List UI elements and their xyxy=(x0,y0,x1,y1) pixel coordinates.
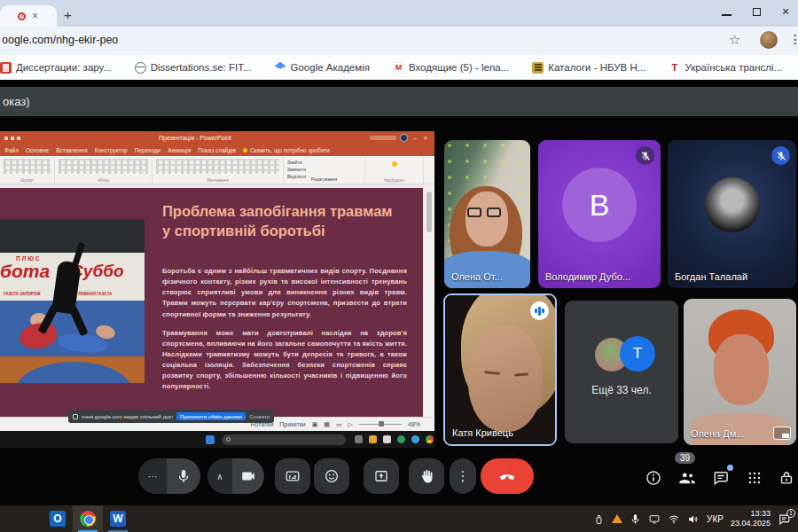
window-close-button[interactable]: × xyxy=(782,5,789,18)
host-controls-button[interactable] xyxy=(775,466,798,489)
tray-mic-icon[interactable] xyxy=(630,513,641,525)
participants-count-badge: 39 xyxy=(675,452,695,464)
camera-options-button[interactable]: ∧ xyxy=(207,458,232,494)
browser-tab[interactable]: × xyxy=(0,5,57,27)
ppt-scrollbar[interactable] xyxy=(426,192,432,232)
people-button[interactable] xyxy=(676,466,699,489)
window-maximize-button[interactable] xyxy=(753,8,761,16)
slide-title: Проблема запобігання травмам у спортивні… xyxy=(162,202,403,241)
meeting-info-button[interactable] xyxy=(642,466,665,489)
bookmark-item[interactable]: Google Академія xyxy=(275,62,370,74)
ppt-tellme-search[interactable]: Скажіть, що потрібно зробити xyxy=(243,147,330,153)
edge-icon[interactable] xyxy=(411,435,419,443)
taskbar-search-box[interactable] xyxy=(222,434,346,445)
ribbon-group-addins[interactable]: Надбудови xyxy=(365,156,424,184)
wrestling-photo: ПЛЮС бота Суббо ГАЗЕТА ЗАПОРОЖ ГЛАВНАЯ Г… xyxy=(0,219,145,383)
taskbar-word[interactable]: W xyxy=(103,505,133,532)
bookmark-item[interactable]: Диссертации: зару... xyxy=(0,62,112,74)
view-sorter-icon[interactable]: ▦ xyxy=(324,421,330,428)
chrome-icon[interactable] xyxy=(426,435,434,443)
bookmark-item[interactable]: Dissertations.se: FIT... xyxy=(135,62,252,74)
hangup-button[interactable] xyxy=(481,458,534,494)
ppt-tab[interactable]: Конструктор xyxy=(95,147,128,153)
bookmark-item[interactable]: ТУкраїнська транслі... xyxy=(669,62,782,74)
taskbar-outlook[interactable]: O xyxy=(43,505,73,532)
tray-display-icon[interactable] xyxy=(648,513,661,525)
window-minimize-button[interactable] xyxy=(722,14,732,16)
ppt-tab[interactable]: Анімація xyxy=(168,147,191,153)
profile-avatar[interactable] xyxy=(760,31,778,49)
ribbon-group-drawing[interactable]: Малювання xyxy=(153,156,284,184)
slide: ПЛЮС бота Суббо ГАЗЕТА ЗАПОРОЖ ГЛАВНАЯ Г… xyxy=(0,188,423,417)
stop-sharing-button[interactable]: Припинити обмін даними xyxy=(176,412,246,420)
new-tab-button[interactable]: + xyxy=(64,7,72,22)
app-icon[interactable] xyxy=(383,435,391,443)
pip-icon[interactable] xyxy=(773,426,791,440)
ppt-tab[interactable]: Файл xyxy=(4,147,19,153)
task-view-icon[interactable] xyxy=(355,435,363,443)
screen: × + × oogle.com/nhg-ekir-peo ☆ ⋮ Диссерт… xyxy=(0,0,798,532)
participant-tile[interactable]: Богдан Талалай xyxy=(668,140,796,288)
more-options-button[interactable]: ⋮ xyxy=(450,458,476,494)
url-text[interactable]: oogle.com/nhg-ekir-peo xyxy=(2,34,118,46)
browser-tab-strip: × + × xyxy=(0,0,798,27)
zoom-slider[interactable] xyxy=(359,424,402,426)
ribbon-group-paragraph[interactable]: Абзац xyxy=(55,156,153,184)
ppt-tab[interactable]: Переходи xyxy=(135,147,160,153)
catalog-icon xyxy=(532,62,544,74)
more-participants-background: T Ещё 33 чел. xyxy=(565,301,678,443)
captions-button[interactable] xyxy=(275,458,310,494)
participant-tile[interactable]: В Володимир Дубо... xyxy=(538,140,661,288)
ppt-scrollbar-track[interactable] xyxy=(423,184,434,417)
activities-button[interactable] xyxy=(743,466,766,489)
present-button[interactable] xyxy=(364,458,399,494)
participant-tile-speaking[interactable]: Катя Кривець xyxy=(443,293,557,446)
ppt-tab[interactable]: Вставлення xyxy=(56,147,88,153)
taskbar-clock[interactable]: 13:33 23.04.2025 xyxy=(731,509,771,528)
ppt-account-avatar[interactable] xyxy=(400,134,408,142)
bookmarks-bar: Диссертации: зару... Dissertations.se: F… xyxy=(0,55,798,80)
start-button-icon[interactable] xyxy=(206,435,215,444)
explorer-icon[interactable] xyxy=(369,435,377,443)
bookmark-star-icon[interactable]: ☆ xyxy=(729,32,740,48)
bookmark-item[interactable]: Каталоги - НБУВ Н... xyxy=(532,62,645,74)
presentation-mode-bar: оказ) xyxy=(0,87,798,118)
reactions-button[interactable] xyxy=(314,458,349,494)
camera-button[interactable] xyxy=(232,458,264,494)
participant-tile[interactable]: Олена От... xyxy=(444,140,530,288)
view-slideshow-icon[interactable]: ▷ xyxy=(348,421,353,428)
taskbar-chrome[interactable] xyxy=(73,505,103,532)
view-reading-icon[interactable]: ▭ xyxy=(336,421,342,428)
browser-menu-icon[interactable]: ⋮ xyxy=(789,32,798,46)
ribbon-group-editing[interactable]: Знайти Замінити Виділити Редагування xyxy=(284,156,365,184)
notification-center-button[interactable]: 1 xyxy=(778,512,791,526)
antivirus-icon[interactable] xyxy=(612,514,622,523)
app-icon[interactable] xyxy=(397,435,405,443)
ppt-quick-access-icons[interactable] xyxy=(4,137,20,140)
shared-screen[interactable]: Презентація - PowerPoint – × Файл Основн… xyxy=(0,131,434,448)
more-participants-tile[interactable]: T Ещё 33 чел. xyxy=(565,301,678,443)
ppt-tab[interactable]: Показ слайдів xyxy=(198,147,236,153)
volume-icon[interactable] xyxy=(687,513,700,525)
zoom-percent[interactable]: 48% xyxy=(408,421,420,427)
hide-share-bar-button[interactable]: Сховати xyxy=(249,414,270,419)
recording-indicator-icon xyxy=(18,12,26,20)
mic-options-button[interactable]: ··· xyxy=(138,458,167,494)
raise-hand-button[interactable] xyxy=(409,458,444,494)
bookmark-item[interactable]: MВходящие (5) - lena... xyxy=(393,62,509,74)
comments-button[interactable]: Примітки xyxy=(279,421,305,427)
participant-name: Богдан Талалай xyxy=(675,271,747,282)
wifi-icon[interactable] xyxy=(668,513,680,525)
ppt-ribbon: Шрифт Абзац Малювання Знайти Замінити Ви… xyxy=(0,156,434,184)
chat-button[interactable] xyxy=(709,466,732,489)
ppt-window-controls[interactable]: – × xyxy=(413,135,430,141)
view-normal-icon[interactable]: ▣ xyxy=(312,421,318,428)
ppt-tab[interactable]: Основне xyxy=(26,147,49,153)
language-indicator[interactable]: УКР xyxy=(707,514,724,524)
participant-tile[interactable]: Олена Дм... xyxy=(684,299,796,445)
usb-icon[interactable] xyxy=(593,513,605,525)
tab-close-icon[interactable]: × xyxy=(32,11,38,21)
mic-button[interactable] xyxy=(167,458,200,494)
ribbon-group-font[interactable]: Шрифт xyxy=(0,156,55,184)
participant-name: Катя Кривець xyxy=(452,427,513,438)
